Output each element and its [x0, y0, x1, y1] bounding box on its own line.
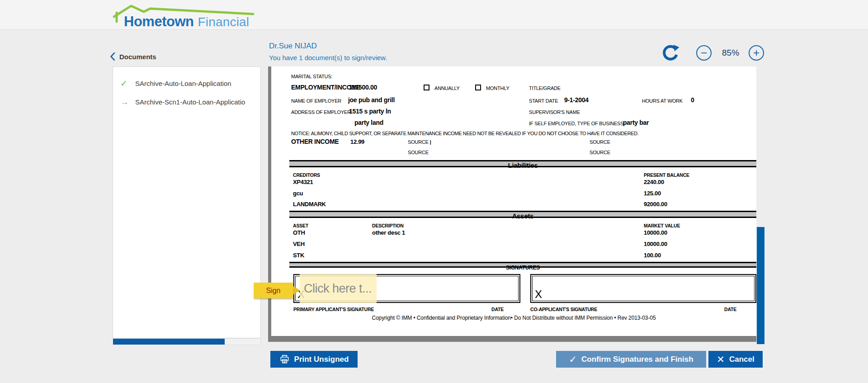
zoom-level: 85%: [722, 48, 739, 58]
employer-address-line2: party land: [354, 119, 383, 126]
co-applicant-signature-box-inner: [532, 276, 755, 301]
date-label-1: DATE: [491, 307, 504, 312]
check-icon: ✓: [120, 78, 129, 89]
employer-address-value: 1515 s party ln: [349, 108, 391, 115]
other-income-value: 12.99: [350, 138, 364, 145]
monthly-checkbox: [475, 85, 481, 90]
employer-value: joe pub and grill: [348, 96, 395, 104]
confirm-signatures-button[interactable]: ✓ Confirm Signatures and Finish: [556, 351, 706, 368]
employer-label: NAME OF EMPLOYER: [291, 98, 341, 104]
printer-icon: [279, 354, 290, 364]
document-page: MARITAL STATUS: EMPLOYMENT/INCOME 111500…: [271, 66, 756, 336]
employment-income-value: 111500.00: [349, 84, 377, 91]
market-value-header: MARKET VALUE: [644, 223, 680, 228]
top-bar: HometownFinancial: [0, 0, 868, 30]
asset-row-code: STK: [293, 252, 304, 259]
signature-placeholder: Click here t...: [304, 282, 372, 296]
liability-row-balance: 92000.00: [644, 201, 667, 208]
app: HometownFinancial Documents ✓ SArchive-A…: [0, 0, 868, 383]
liability-row-balance: 125.00: [644, 190, 661, 197]
source-label-4: SOURCE: [590, 150, 610, 155]
document-bottom-border: [268, 336, 756, 342]
annually-checkbox: [424, 85, 429, 90]
zoom-in-button[interactable]: +: [749, 45, 764, 61]
close-icon: ✕: [717, 354, 725, 365]
check-icon: ✓: [569, 354, 577, 365]
employer-address-label: ADDRESS OF EMPLOYER: [291, 109, 351, 115]
asset-row-value: 10000.00: [644, 229, 667, 236]
cancel-label: Cancel: [729, 355, 755, 364]
sign-tab-label: Sign: [266, 287, 280, 295]
title-grade-label: TITLE/GRADE: [529, 85, 561, 91]
brand-name: HometownFinancial: [124, 14, 249, 30]
description-header: DESCRIPTION: [372, 223, 404, 228]
copyright-text: Copyright © IMM • Confidential and Propr…: [271, 315, 756, 321]
supervisor-label: SUPERVISOR'S NAME: [529, 109, 580, 115]
monthly-label: MONTHLY: [486, 85, 509, 91]
document-item-current[interactable]: → SArchive-Scn1-Auto-Loan-Applicatio: [113, 93, 260, 111]
document-left-border: [268, 66, 271, 342]
annually-label: ANNUALLY: [434, 85, 460, 91]
asset-row-value: 10000.00: [644, 241, 667, 247]
other-income-label: OTHER INCOME: [291, 138, 339, 145]
brand-name-secondary: Financial: [198, 15, 249, 29]
start-date-label: START DATE: [529, 98, 558, 104]
brand-logo: HometownFinancial: [113, 3, 276, 29]
document-scrollbar-thumb[interactable]: [757, 227, 764, 344]
liabilities-title: Liabilities: [508, 161, 538, 169]
sign-tab[interactable]: Sign: [254, 283, 293, 298]
source-label-3: SOURCE: [408, 150, 429, 155]
document-item-signed[interactable]: ✓ SArchive-Auto-Loan-Application: [113, 74, 260, 93]
plus-icon: +: [753, 47, 760, 58]
co-applicant-signature-label: CO-APPLICANT'S SIGNATURE: [530, 307, 597, 312]
hours-at-work-value: 0: [691, 96, 694, 104]
brand-name-primary: Hometown: [124, 14, 193, 29]
refresh-button[interactable]: [661, 43, 680, 62]
liability-row-balance: 2240.00: [644, 179, 664, 185]
sidebar-scrollbar-thumb[interactable]: [113, 339, 225, 345]
start-date-value: 9-1-2004: [564, 96, 589, 104]
minus-icon: −: [701, 47, 707, 58]
liability-row-creditor: gcu: [293, 190, 303, 197]
document-item-label: SArchive-Scn1-Auto-Loan-Applicatio: [135, 98, 245, 106]
signature-field[interactable]: Click here t...: [300, 274, 377, 303]
document-item-label: SArchive-Auto-Loan-Application: [135, 80, 231, 87]
asset-row-code: VEH: [293, 241, 305, 247]
print-unsigned-button[interactable]: Print Unsigned: [270, 351, 358, 368]
present-balance-header: PRESENT BALANCE: [644, 172, 689, 178]
cancel-button[interactable]: ✕ Cancel: [708, 351, 763, 368]
co-applicant-signature-box: [530, 274, 756, 303]
primary-signature-label: PRIMARY APPLICANT'S SIGNATURE: [293, 307, 374, 312]
self-employed-value: party bar: [623, 119, 649, 126]
creditors-header: CREDITORS: [293, 172, 320, 178]
asset-row-value: 100.00: [644, 252, 661, 259]
zoom-out-button[interactable]: −: [696, 45, 712, 61]
hours-at-work-label: HOURS AT WORK: [642, 98, 683, 104]
print-unsigned-label: Print Unsigned: [294, 355, 349, 364]
liability-row-creditor: LANDMARK: [293, 201, 326, 208]
source-label-1: SOURCE |: [408, 139, 431, 145]
signatures-title: SIGNATURES: [506, 265, 540, 271]
confirm-signatures-label: Confirm Signatures and Finish: [581, 355, 693, 364]
liability-row-creditor: XP4321: [293, 179, 313, 185]
notice-text: NOTICE: ALIMONY, CHILD SUPPORT, OR SEPAR…: [291, 131, 638, 136]
documents-back-header[interactable]: Documents: [110, 52, 156, 61]
assets-title: Assets: [512, 212, 533, 220]
text-cursor: |: [430, 139, 431, 145]
co-applicant-x-mark: X: [535, 288, 542, 301]
marital-status-label: MARITAL STATUS:: [291, 74, 332, 79]
date-label-2: DATE: [724, 307, 736, 312]
self-employed-label: IF SELF EMPLOYED, TYPE OF BUSINESS: [529, 121, 623, 126]
asset-row-description: other desc 1: [372, 229, 405, 236]
sidebar-scrollbar-track[interactable]: [113, 338, 261, 345]
source-label-2: SOURCE: [590, 139, 610, 145]
user-name: Dr.Sue NIJAD: [269, 42, 317, 51]
chevron-left-icon: [110, 52, 115, 61]
documents-list: ✓ SArchive-Auto-Loan-Application → SArch…: [113, 66, 261, 338]
sign-review-message: You have 1 document(s) to sign/review.: [269, 54, 387, 61]
signatures-section-bar: SIGNATURES: [289, 262, 756, 268]
documents-title: Documents: [119, 53, 156, 61]
liabilities-section-bar: Liabilities: [289, 160, 756, 167]
refresh-icon: [661, 43, 680, 62]
arrow-right-icon: →: [120, 97, 129, 107]
